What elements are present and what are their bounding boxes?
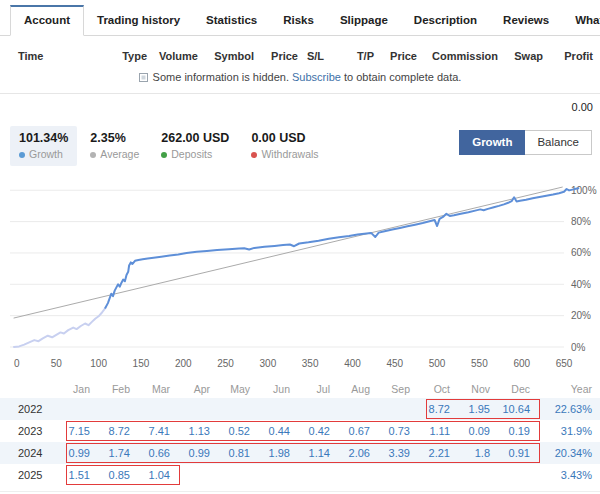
stat-withdrawals[interactable]: 0.00 USD Withdrawals [242,126,327,166]
month-header-apr: Apr [170,381,210,398]
growth-cell [290,398,330,420]
year-column-header: Year [530,381,600,398]
growth-chart-svg: 0%20%40%60%80%100%0501001502002503003504… [0,175,600,375]
growth-cell [370,464,410,486]
stat-growth[interactable]: 101.34% Growth [10,126,77,166]
growth-cell: 0.52 [210,420,250,442]
stat-withdrawals-value: 0.00 USD [251,131,318,145]
row-year-label: 2025 [0,464,50,486]
tab-account[interactable]: Account [10,5,84,36]
growth-row-2023: 20237.158.727.411.130.520.440.420.670.73… [0,420,600,442]
growth-cell: 1.95 [450,398,490,420]
svg-text:150: 150 [133,358,150,369]
svg-text:60%: 60% [571,247,591,258]
balance-toggle-button[interactable]: Balance [525,130,592,155]
stat-deposits-value: 262.00 USD [161,131,229,145]
growth-cell [330,464,370,486]
tab-reviews[interactable]: Reviews [490,6,562,35]
growth-cell [490,464,530,486]
svg-text:450: 450 [386,358,403,369]
growth-cell: 7.15 [50,420,90,442]
hidden-info-notice: Some information is hidden. Subscribe to… [0,62,600,94]
growth-cell: 1.8 [450,442,490,464]
growth-cell: 0.19 [490,420,530,442]
growth-toggle-button[interactable]: Growth [459,130,525,155]
trade-column-type: Type [109,50,147,62]
tab-slippage[interactable]: Slippage [327,6,401,35]
deposits-dot-icon [161,152,167,158]
svg-text:0%: 0% [571,342,586,353]
svg-text:0: 0 [14,358,20,369]
stats-row: 101.34% Growth 2.35% Average 262.00 USD … [0,126,600,166]
svg-text:100: 100 [90,358,107,369]
growth-cell: 0.99 [50,442,90,464]
stat-deposits-label: Deposits [161,148,229,160]
svg-text:600: 600 [513,358,530,369]
growth-cell [250,398,290,420]
svg-text:200: 200 [175,358,192,369]
tab-description[interactable]: Description [401,6,490,35]
subscribe-link[interactable]: Subscribe [292,71,341,83]
growth-cell: 1.13 [170,420,210,442]
svg-text:400: 400 [344,358,361,369]
growth-cell: 8.72 [410,398,450,420]
trade-column-symbol: Symbol [198,50,254,62]
growth-cell: 0.42 [290,420,330,442]
svg-text:40%: 40% [571,279,591,290]
trade-column-profit: Profit [543,50,593,62]
svg-text:50: 50 [51,358,63,369]
tab-trading-history[interactable]: Trading history [84,6,193,35]
row-year-label: 2022 [0,398,50,420]
svg-text:500: 500 [429,358,446,369]
svg-text:550: 550 [471,358,488,369]
trade-table-header: TimeTypeVolumeSymbolPriceS/LT/PPriceComm… [0,50,600,62]
trade-column-tp: T/P [324,50,374,62]
trade-column-commission: Commission [417,50,498,62]
svg-text:20%: 20% [571,310,591,321]
month-header-sep: Sep [370,381,410,398]
growth-cell [170,464,210,486]
trade-column-price: Price [254,50,298,62]
row-year-label: 2023 [0,420,50,442]
trade-column-price: Price [374,50,417,62]
profit-total: 0.00 [0,94,600,113]
growth-cell: 1.74 [90,442,130,464]
tab-whats-new[interactable]: What's new [562,6,600,35]
growth-cell [130,398,170,420]
stat-growth-value: 101.34% [19,131,68,145]
svg-text:300: 300 [260,358,277,369]
stat-average-value: 2.35% [90,131,139,145]
growth-cell [170,398,210,420]
tab-bar: Account Trading history Statistics Risks… [0,0,600,36]
growth-cell: 2.06 [330,442,370,464]
month-header-nov: Nov [450,381,490,398]
growth-dot-icon [19,152,25,158]
row-year-label: 2024 [0,442,50,464]
growth-cell [450,464,490,486]
stat-withdrawals-label: Withdrawals [251,148,318,160]
month-header-mar: Mar [130,381,170,398]
growth-cell: 1.14 [290,442,330,464]
growth-row-2024: 20240.991.740.660.990.811.981.142.063.39… [0,442,600,464]
svg-text:250: 250 [217,358,234,369]
month-header-jun: Jun [250,381,290,398]
growth-cell: 0.73 [370,420,410,442]
growth-chart[interactable]: 0%20%40%60%80%100%0501001502002503003504… [0,175,600,379]
withdrawals-dot-icon [251,152,257,158]
growth-cell [250,464,290,486]
tab-risks[interactable]: Risks [270,6,327,35]
chart-view-toggle: Growth Balance [459,130,592,155]
stat-deposits[interactable]: 262.00 USD Deposits [152,126,238,166]
growth-cell [50,398,90,420]
average-dot-icon [90,152,96,158]
growth-cell: 0.67 [330,420,370,442]
monthly-growth-table: JanFebMarAprMayJunJulAugSepOctNovDecYear… [0,381,600,486]
hidden-notice-suffix: to obtain complete data. [341,71,461,83]
row-year-total: 31.9% [530,420,600,442]
row-year-total: 20.34% [530,442,600,464]
month-header-jan: Jan [50,381,90,398]
tab-statistics[interactable]: Statistics [193,6,270,35]
row-year-total: 22.63% [530,398,600,420]
stat-average[interactable]: 2.35% Average [81,126,148,166]
growth-cell [210,464,250,486]
